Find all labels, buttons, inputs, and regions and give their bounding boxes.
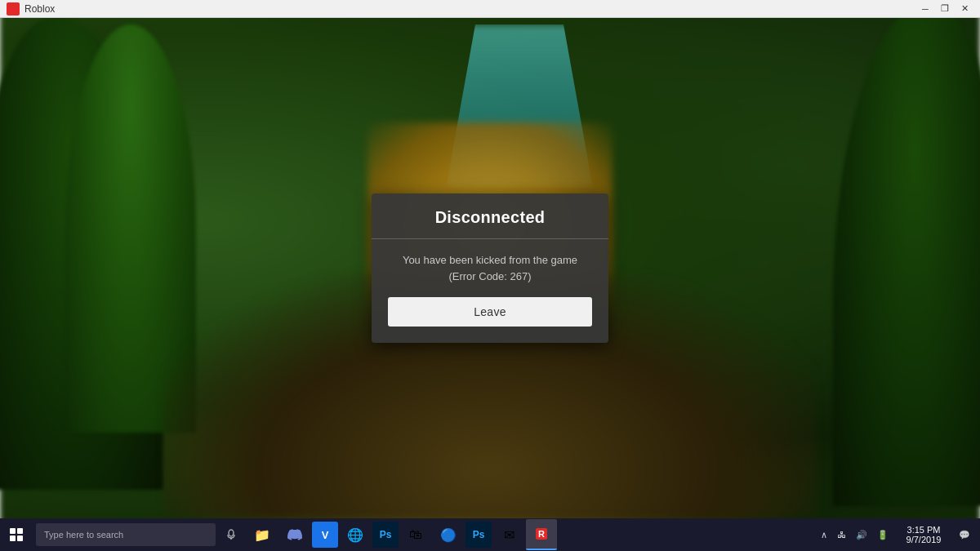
taskbar: Type here to search 📁 V 🌐 Ps bbox=[0, 518, 980, 551]
restore-button[interactable]: ❐ bbox=[936, 2, 954, 16]
titlebar: Roblox ─ ❐ ✕ bbox=[0, 0, 980, 18]
leave-button[interactable]: Leave bbox=[388, 297, 592, 327]
system-clock[interactable]: 3:15 PM 9/7/2019 bbox=[895, 525, 952, 544]
taskbar-app-store[interactable]: 🛍 bbox=[400, 519, 431, 550]
taskbar-app-ie[interactable]: 🌐 bbox=[340, 519, 371, 550]
discord-icon bbox=[287, 527, 302, 542]
taskbar-app-v[interactable]: V bbox=[312, 522, 338, 548]
svg-point-0 bbox=[229, 530, 234, 536]
cortana-button[interactable] bbox=[219, 518, 243, 551]
dialog-message: You have been kicked from the game(Error… bbox=[388, 252, 592, 284]
taskbar-app-photoshop2[interactable]: Ps bbox=[466, 522, 492, 548]
system-tray: ∧ 🖧 🔊 🔋 3:15 PM 9/7/2019 💬 bbox=[811, 525, 980, 544]
volume-icon[interactable]: 🔊 bbox=[853, 528, 871, 542]
network-icon[interactable]: 🖧 bbox=[834, 528, 849, 541]
roblox-logo-icon bbox=[7, 2, 20, 16]
taskbar-app-mail[interactable]: ✉ bbox=[493, 519, 524, 550]
start-button[interactable] bbox=[0, 518, 33, 551]
taskbar-app-roblox[interactable]: R bbox=[526, 519, 557, 550]
titlebar-title: Roblox bbox=[24, 3, 55, 15]
clock-time: 3:15 PM bbox=[907, 525, 941, 535]
taskbar-app-discord[interactable] bbox=[279, 519, 310, 550]
taskbar-apps: 📁 V 🌐 Ps 🛍 🔵 Ps bbox=[243, 519, 811, 550]
disconnected-dialog: Disconnected You have been kicked from t… bbox=[372, 193, 608, 343]
battery-icon[interactable]: 🔋 bbox=[874, 528, 892, 542]
minimize-button[interactable]: ─ bbox=[916, 2, 934, 16]
search-placeholder: Type here to search bbox=[44, 530, 123, 540]
windows-logo-icon bbox=[10, 528, 23, 541]
taskbar-app-chrome[interactable]: 🔵 bbox=[433, 519, 464, 550]
taskbar-app-photoshop[interactable]: Ps bbox=[372, 522, 399, 548]
close-button[interactable]: ✕ bbox=[956, 2, 973, 16]
dialog-body: You have been kicked from the game(Error… bbox=[372, 239, 608, 343]
dialog-header: Disconnected bbox=[372, 193, 608, 239]
chevron-up-icon[interactable]: ∧ bbox=[817, 528, 831, 542]
taskbar-app-file-explorer[interactable]: 📁 bbox=[247, 519, 278, 550]
clock-date: 9/7/2019 bbox=[906, 535, 942, 544]
window-controls: ─ ❐ ✕ bbox=[916, 2, 973, 16]
dialog-title: Disconnected bbox=[435, 208, 546, 226]
notification-icon[interactable]: 💬 bbox=[956, 528, 973, 542]
dialog-overlay: Disconnected You have been kicked from t… bbox=[0, 18, 980, 518]
microphone-icon bbox=[225, 529, 237, 540]
taskbar-search[interactable]: Type here to search bbox=[36, 523, 216, 546]
